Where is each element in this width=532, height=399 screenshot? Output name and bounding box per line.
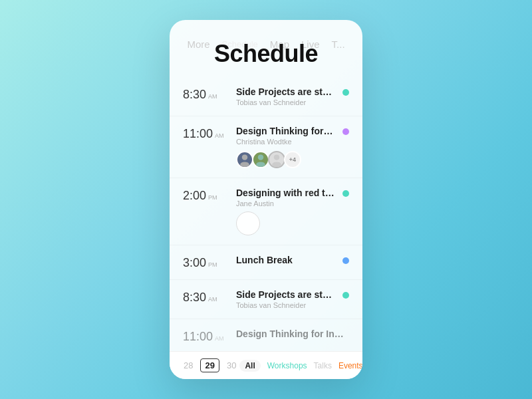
page-title: Schedule (214, 40, 318, 68)
svg-point-2 (258, 154, 263, 160)
item-speaker-1: Tobias van Schneider (236, 98, 334, 106)
item-details-2: Design Thinking for Inno.. Christina Wod… (236, 126, 334, 168)
item-title-1: Side Projects are stupid (236, 86, 334, 97)
time-1: 8:30 AM (183, 86, 228, 102)
time-ampm-6: AM (215, 335, 224, 342)
status-dot-1 (342, 89, 349, 96)
schedule-item-1[interactable]: 8:30 AM Side Projects are stupid Tobias … (170, 77, 362, 116)
filter-tabs: All Workshops Talks Events (239, 360, 362, 372)
item-speaker-2: Christina Wodtke (236, 138, 334, 146)
time-hour-3: 2:00 (183, 189, 206, 203)
date-28[interactable]: 28 (180, 359, 196, 372)
avatar-3 (268, 151, 285, 168)
item-title-5: Side Projects are stupid (236, 289, 334, 300)
filter-events[interactable]: Events (338, 361, 362, 370)
avatar-2 (252, 151, 269, 168)
time-ampm-2: AM (215, 132, 224, 139)
schedule-item-5[interactable]: 8:30 AM Side Projects are stupid Tobias … (170, 280, 362, 319)
item-title-2: Design Thinking for Inno.. (236, 126, 334, 136)
svg-point-5 (272, 162, 281, 167)
item-details-1: Side Projects are stupid Tobias van Schn… (236, 86, 334, 106)
filter-workshops[interactable]: Workshops (267, 361, 307, 370)
svg-point-4 (274, 154, 279, 160)
bottom-bar: 28 29 30 All Workshops Talks Events (170, 351, 362, 379)
status-dot-3 (342, 190, 349, 197)
time-2: 11:00 AM (183, 126, 228, 141)
item-details-5: Side Projects are stupid Tobias van Schn… (236, 289, 334, 309)
filter-all[interactable]: All (239, 360, 260, 372)
schedule-item-3[interactable]: 2:00 PM Designing with red tape Jane Aus… (170, 178, 362, 245)
item-details-4: Lunch Break (236, 255, 334, 265)
filter-talks[interactable]: Talks (314, 361, 332, 370)
status-dot-5 (342, 292, 349, 299)
status-dot-4 (342, 257, 349, 264)
item-details-6: Design Thinking for Inno.. (236, 329, 349, 339)
date-selector[interactable]: 28 29 30 (180, 358, 239, 372)
svg-point-1 (240, 162, 249, 167)
item-details-3: Designing with red tape Jane Austin (236, 188, 334, 235)
date-29-selected[interactable]: 29 (200, 358, 219, 372)
time-5: 8:30 AM (183, 289, 228, 305)
time-ampm-5: AM (208, 296, 217, 303)
schedule-item-2[interactable]: 11:00 AM Design Thinking for Inno.. Chri… (170, 116, 362, 178)
time-3: 2:00 PM (183, 188, 228, 203)
action-button-3[interactable] (236, 211, 260, 235)
time-4: 3:00 PM (183, 255, 228, 270)
time-ampm-1: AM (208, 93, 217, 100)
item-title-6: Design Thinking for Inno.. (236, 329, 349, 339)
time-hour-5: 8:30 (183, 291, 206, 305)
schedule-item-4[interactable]: 3:00 PM Lunch Break (170, 245, 362, 280)
svg-point-0 (242, 154, 247, 160)
header: Schedule (170, 20, 362, 77)
avatar-1 (236, 151, 253, 168)
item-title-4: Lunch Break (236, 255, 334, 265)
schedule-card: More Schedule Map Live T... Schedule 8:3… (170, 20, 362, 379)
time-hour-6: 11:00 (183, 330, 213, 344)
time-hour-4: 3:00 (183, 256, 206, 270)
schedule-item-6[interactable]: 11:00 AM Design Thinking for Inno.. (170, 319, 362, 351)
item-speaker-5: Tobias van Schneider (236, 301, 334, 309)
avatar-group-2: +4 (236, 151, 334, 168)
time-hour-1: 8:30 (183, 88, 206, 102)
date-30[interactable]: 30 (223, 359, 239, 372)
item-speaker-3: Jane Austin (236, 200, 334, 207)
time-hour-2: 11:00 (183, 127, 213, 141)
svg-point-3 (256, 162, 265, 167)
status-dot-2 (342, 128, 349, 135)
time-ampm-3: PM (208, 194, 217, 201)
item-title-3: Designing with red tape (236, 188, 334, 198)
schedule-list[interactable]: 8:30 AM Side Projects are stupid Tobias … (170, 77, 362, 351)
time-6: 11:00 AM (183, 329, 228, 344)
time-ampm-4: PM (208, 261, 217, 268)
avatar-more: +4 (284, 151, 301, 168)
